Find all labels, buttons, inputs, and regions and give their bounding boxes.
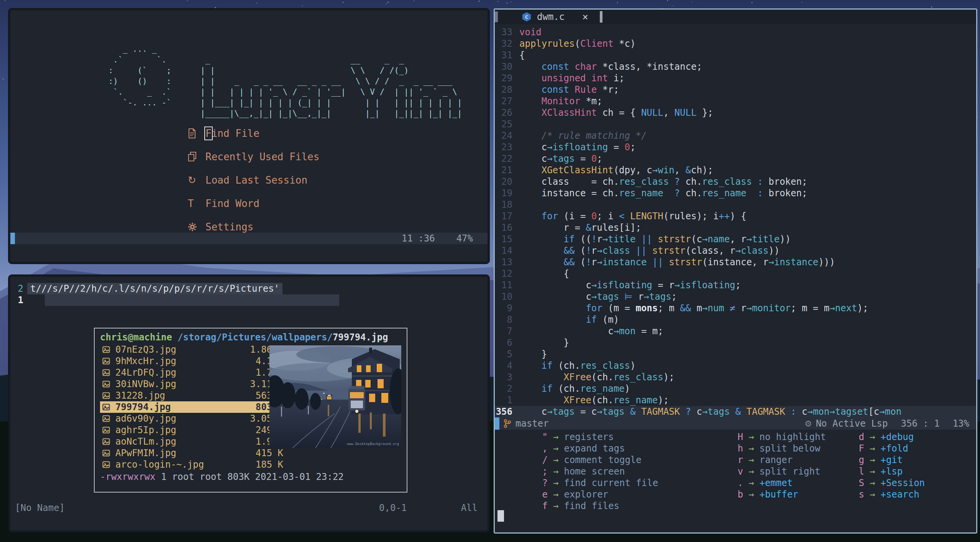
code-text: class = ch.res_class ? ch.res_class : br… xyxy=(519,176,807,187)
file-row[interactable]: 31228.jpg 563 K xyxy=(100,390,286,401)
code-line[interactable]: 24 /* rule matching */ xyxy=(495,130,976,141)
file-row[interactable]: APwFMIM.jpg 415 K xyxy=(100,447,286,459)
whichkey-binding-no-highlight[interactable]: H→no highlight xyxy=(730,431,826,443)
file-row[interactable]: ad6v90y.jpg3.05 M xyxy=(100,413,286,424)
whichkey-binding-comment-toggle[interactable]: /→comment toggle xyxy=(535,454,658,466)
code-line[interactable]: 10 c→tags ⊨ r→tags; xyxy=(495,291,976,302)
arrow-icon: → xyxy=(870,443,875,454)
whichkey-binding--buffer[interactable]: b→+buffer xyxy=(730,489,826,500)
file-details: -rwxrwxrwx 1 root root 803K 2021-03-01 2… xyxy=(100,471,401,483)
code-text: if ((!r→title || strstr(c→name, r→title)… xyxy=(519,233,791,245)
file-row[interactable]: arco-login-~.jpg185 K xyxy=(100,459,286,470)
code-line[interactable]: 12 { xyxy=(495,268,976,279)
dashboard-menu-item-find-file[interactable]: Find File xyxy=(188,122,319,145)
code-line[interactable]: 11 c→isfloating = r→isfloating; xyxy=(495,279,976,291)
code-line[interactable]: 26 XClassHint ch = { NULL, NULL }; xyxy=(495,107,976,118)
dashboard-menu-item-recently-used-files[interactable]: Recently Used Files xyxy=(188,145,319,168)
code-line[interactable]: 18 xyxy=(495,199,976,210)
code-line[interactable]: 27 Monitor *m; xyxy=(495,95,976,107)
file-name: aghr5Ip.jpg xyxy=(115,424,250,436)
code-line[interactable]: 20 class = ch.res_class ? ch.res_class :… xyxy=(495,176,976,187)
whichkey-binding-explorer[interactable]: e→explorer xyxy=(535,489,658,500)
cursor-position: 0,0-1 xyxy=(379,502,407,514)
tab-close-icon[interactable]: × xyxy=(582,11,588,23)
arrow-icon: → xyxy=(749,477,754,489)
line-number: 3 xyxy=(495,371,519,383)
code-line[interactable]: 7 c→mon = m; xyxy=(495,325,976,337)
code-line[interactable]: 28 const Rule *r; xyxy=(495,84,976,95)
whichkey-binding--search[interactable]: s→+search xyxy=(851,489,925,500)
whichkey-binding--fold[interactable]: F→+fold xyxy=(851,443,925,454)
code-line[interactable]: 1 XFree(ch.res_name); xyxy=(495,394,976,406)
line-number: 1 xyxy=(10,294,27,306)
code-line[interactable]: 22 c→tags = 0; xyxy=(495,153,976,164)
line-number: 26 xyxy=(495,107,519,118)
code-line[interactable]: 33void xyxy=(495,26,976,38)
key-label: h xyxy=(730,443,743,454)
code-line-current[interactable]: 356 c→tags = c→tags & TAGMASK ? c→tags &… xyxy=(495,406,976,417)
line-number: 16 xyxy=(495,222,519,233)
whichkey-binding-find-files[interactable]: f→find files xyxy=(535,500,658,512)
whichkey-column: d→+debugF→+foldg→+gitl→+lspS→+Sessions→+… xyxy=(851,431,925,500)
whichkey-binding-ranger[interactable]: r→ranger xyxy=(730,454,826,466)
code-line[interactable]: 4 if (ch.res_class) xyxy=(495,360,976,371)
code-line[interactable]: 14 && (!r→class || strstr(class, r→class… xyxy=(495,245,976,256)
dashboard-menu-item-load-last-session[interactable]: ↻Load Last Session xyxy=(188,168,319,192)
buffer-line-1[interactable]: 1 xyxy=(10,294,27,306)
code-text: c→tags = c→tags & TAGMASK ? c→tags & TAG… xyxy=(519,406,901,417)
binding-description: +lsp xyxy=(880,466,903,477)
code-line[interactable]: 3 XFree(ch.res_class); xyxy=(495,371,976,383)
code-line[interactable]: 15 if ((!r→title || strstr(c→name, r→tit… xyxy=(495,233,976,245)
whichkey-binding--git[interactable]: g→+git xyxy=(851,454,925,466)
binding-description: explorer xyxy=(564,489,608,500)
whichkey-binding--debug[interactable]: d→+debug xyxy=(851,431,925,443)
whichkey-binding--lsp[interactable]: l→+lsp xyxy=(851,466,925,477)
code-line[interactable]: 8 if (m) xyxy=(495,314,976,325)
cursor-position: 11 :36 xyxy=(402,233,435,244)
code-line[interactable]: 6 } xyxy=(495,337,976,348)
code-line[interactable]: 23 c→isfloating = 0; xyxy=(495,141,976,153)
file-name: ad6v90y.jpg xyxy=(115,413,250,424)
code-line[interactable]: 21 XGetClassHint(dpy, c→win, &ch); xyxy=(495,164,976,176)
line-number: 21 xyxy=(495,164,519,176)
code-area[interactable]: 33void32applyrules(Client *c)31{30 const… xyxy=(495,26,976,417)
code-line[interactable]: 31{ xyxy=(495,49,976,61)
whichkey-binding--session[interactable]: S→+Session xyxy=(851,477,925,489)
whichkey-binding--emmet[interactable]: .→+emmet xyxy=(730,477,826,489)
image-file-icon xyxy=(102,403,115,411)
file-row[interactable]: 30iNVBw.jpg3.11 M xyxy=(100,378,286,390)
arrow-icon: → xyxy=(870,489,875,500)
code-line[interactable]: 30 const char *class, *instance; xyxy=(495,61,976,72)
file-row[interactable]: 07nEzQ3.jpg1.86 M xyxy=(100,344,286,355)
file-row[interactable]: 9hMxcHr.jpg 4.1 M xyxy=(100,355,286,367)
binding-description: expand tags xyxy=(564,443,625,454)
code-line[interactable]: 16 r = &rules[i]; xyxy=(495,222,976,233)
key-label: l xyxy=(851,466,864,477)
code-line[interactable]: 5 } xyxy=(495,348,976,360)
file-row[interactable]: aghr5Ip.jpg 249 K xyxy=(100,424,286,436)
code-text: if (m) xyxy=(519,314,619,325)
code-line[interactable]: 9 for (m = mons; m && m→num ≠ r→monitor;… xyxy=(495,302,976,314)
whichkey-binding-expand-tags[interactable]: ,→expand tags xyxy=(535,443,658,454)
dashboard-menu-item-find-word[interactable]: TFind Word xyxy=(188,192,319,215)
code-text: c→isfloating = 0; xyxy=(519,141,635,153)
whichkey-binding-registers[interactable]: "→registers xyxy=(535,431,658,443)
code-line[interactable]: 2 if (ch.res_name) xyxy=(495,383,976,394)
code-line[interactable]: 13 && (!r→instance || strstr(instance, r… xyxy=(495,256,976,268)
tab-title[interactable]: dwm.c xyxy=(537,11,565,22)
whichkey-binding-split-right[interactable]: v→split right xyxy=(730,466,826,477)
file-row-selected[interactable]: 799794.jpg 803 K xyxy=(100,401,286,413)
whichkey-binding-split-below[interactable]: h→split below xyxy=(730,443,826,454)
code-line[interactable]: 25 xyxy=(495,118,976,130)
code-line[interactable]: 17 for (i = 0; i < LENGTH(rules); i++) { xyxy=(495,210,976,222)
code-text: unsigned int i; xyxy=(519,72,625,84)
code-line[interactable]: 32applyrules(Client *c) xyxy=(495,38,976,49)
file-row[interactable]: 24LrDFQ.jpg 1.7 M xyxy=(100,367,286,378)
whichkey-binding-home-screen[interactable]: ;→home screen xyxy=(535,466,658,477)
tram-far xyxy=(326,394,332,403)
file-row[interactable]: aoNcTLm.jpg 1.9 M xyxy=(100,436,286,447)
whichkey-binding-find-current-file[interactable]: ?→find current file xyxy=(535,477,658,489)
code-line[interactable]: 19 instance = ch.res_name ? ch.res_name … xyxy=(495,187,976,199)
buffer-line-2[interactable]: 2 t///s/P//2/h/c/.l/s/n/s/p/p/s/r/r/s/Pi… xyxy=(10,283,282,294)
code-line[interactable]: 29 unsigned int i; xyxy=(495,72,976,84)
